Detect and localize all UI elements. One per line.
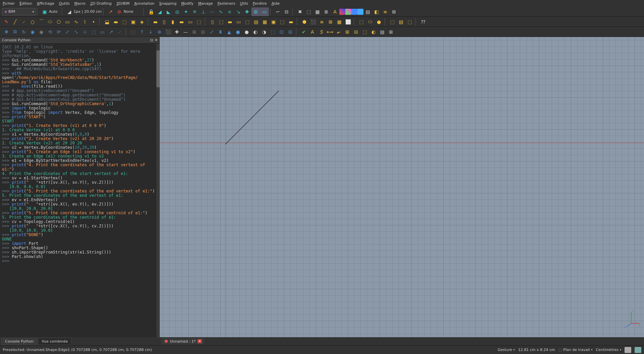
frame-icon[interactable]: ▯ bbox=[160, 17, 168, 26]
scrollbar-track[interactable] bbox=[156, 44, 160, 337]
reference-icon[interactable]: ⬚ bbox=[278, 17, 287, 26]
shape-icon-2[interactable]: ● bbox=[234, 28, 242, 36]
view-icon[interactable]: ⊞ bbox=[387, 28, 395, 36]
split-icon[interactable]: ⊹ bbox=[81, 28, 89, 36]
stack-icon[interactable]: ≣ bbox=[322, 7, 331, 16]
color-icon-1[interactable] bbox=[339, 9, 345, 15]
offset-icon[interactable]: ⟲ bbox=[46, 28, 54, 36]
level-icon[interactable]: ≡ bbox=[317, 17, 326, 26]
trimex-icon[interactable]: ⤢ bbox=[63, 28, 72, 36]
stretch-icon[interactable]: ▭ bbox=[98, 28, 107, 36]
undock-icon[interactable]: ⊡ bbox=[150, 38, 153, 42]
status-action-1-icon[interactable] bbox=[625, 347, 631, 353]
menu-fentre[interactable]: Fenêtre bbox=[253, 1, 267, 6]
arc-icon[interactable]: ⌒ bbox=[37, 17, 46, 26]
check-icon[interactable]: ✔ bbox=[299, 28, 308, 36]
slab-icon[interactable]: ▬ bbox=[177, 17, 186, 26]
component-icon[interactable]: ▣ bbox=[269, 17, 278, 26]
menu-affichage[interactable]: Affichage bbox=[37, 1, 54, 6]
arrow-icon[interactable]: ↗ bbox=[106, 7, 115, 16]
rectangle-icon[interactable]: ▭ bbox=[63, 17, 72, 26]
polygon-icon[interactable]: ⬠ bbox=[54, 17, 63, 26]
building-icon[interactable]: ⬛ bbox=[309, 17, 317, 26]
menu-utils[interactable]: Utils bbox=[240, 1, 248, 6]
scale-icon[interactable]: ⬚ bbox=[89, 28, 98, 36]
3d-viewport[interactable]: y x z ⬢ Unnamed : 1* ✕ bbox=[160, 37, 644, 345]
menu-manage[interactable]: Manage bbox=[198, 1, 213, 6]
up-icon[interactable]: ↑ bbox=[138, 28, 146, 36]
grid3-icon[interactable]: ⬚ bbox=[360, 28, 369, 36]
stairs-icon[interactable]: ⬚ bbox=[195, 17, 203, 26]
page-icon[interactable]: ▤ bbox=[378, 28, 387, 36]
equipment-icon[interactable]: ▦ bbox=[260, 17, 269, 26]
close-tab-icon[interactable]: ✕ bbox=[198, 339, 202, 343]
color-icon-2[interactable] bbox=[345, 9, 351, 15]
box-icon[interactable]: ⬚ bbox=[304, 7, 313, 16]
snap-angle-icon[interactable]: ✦ bbox=[182, 7, 190, 16]
remove-icon[interactable]: — bbox=[181, 28, 190, 36]
workplane-selector[interactable]: ⬚ Plan de travail▾ bbox=[558, 348, 593, 352]
wire-icon[interactable]: ⟋ bbox=[19, 17, 28, 26]
rotate-icon[interactable]: ↻ bbox=[19, 28, 28, 36]
point-icon[interactable]: • bbox=[89, 17, 98, 26]
color-icon-3[interactable] bbox=[351, 9, 357, 15]
console-body[interactable]: [GCC 10.2.0] on linuxType 'help', 'copyr… bbox=[0, 44, 160, 337]
grid-toggle-icon[interactable]: ⊟ bbox=[282, 7, 291, 16]
door-icon[interactable]: ▯ bbox=[208, 17, 217, 26]
menu-outils[interactable]: Outils bbox=[59, 1, 70, 6]
draft2sketch-icon[interactable]: ↗ bbox=[107, 28, 115, 36]
offset2d-icon[interactable]: ⟳ bbox=[54, 28, 63, 36]
close-panel-icon[interactable]: ✕ bbox=[155, 38, 158, 42]
extrude-icon[interactable]: ⬚ bbox=[129, 28, 138, 36]
ellipse-icon[interactable]: ⬭ bbox=[46, 17, 54, 26]
clone-icon[interactable]: ◉ bbox=[28, 28, 37, 36]
compound-icon[interactable]: ◑ bbox=[260, 28, 268, 36]
window-icon[interactable]: ▣ bbox=[129, 17, 138, 26]
list-icon[interactable]: ≡ bbox=[381, 7, 390, 16]
toggle-icon[interactable]: ⊡ bbox=[277, 28, 286, 36]
schedule-icon[interactable]: ⊞ bbox=[390, 7, 398, 16]
units-selector[interactable]: Centimètres▾ bbox=[596, 348, 621, 352]
beam-icon[interactable]: ▭ bbox=[186, 17, 195, 26]
line-icon[interactable]: ╱ bbox=[11, 17, 19, 26]
layers-icon[interactable]: ◧ bbox=[372, 7, 381, 16]
add-icon[interactable]: ✚ bbox=[172, 28, 181, 36]
menu-annotation[interactable]: Annotation bbox=[134, 1, 154, 6]
clone2-icon[interactable]: ◉ bbox=[37, 28, 46, 36]
workbench-selector[interactable]: ◈ BIM bbox=[2, 8, 36, 15]
edge-shape[interactable] bbox=[225, 91, 279, 144]
auto-icon[interactable]: ▣ bbox=[40, 7, 49, 16]
navigation-cube[interactable]: y x z bbox=[621, 308, 641, 328]
snap-near-icon[interactable]: ↘ bbox=[234, 7, 243, 16]
library-icon[interactable]: ▤ bbox=[252, 17, 260, 26]
text-a-icon[interactable]: A bbox=[331, 7, 339, 16]
curtain-icon[interactable]: ▭ bbox=[234, 17, 243, 26]
snap-perpendicular-icon[interactable]: ⊥ bbox=[199, 7, 208, 16]
copy-icon[interactable]: ⧉ bbox=[11, 28, 19, 36]
bspline-icon[interactable]: ∿ bbox=[72, 17, 81, 26]
snap-parallel-icon[interactable]: ∿ bbox=[216, 7, 225, 16]
axis-icon[interactable]: ⊞ bbox=[326, 17, 335, 26]
nav-style-selector[interactable]: Gesture▾ bbox=[498, 348, 515, 352]
color-icon-4[interactable] bbox=[357, 9, 363, 15]
axissystem-icon[interactable]: ⊟ bbox=[352, 28, 360, 36]
dimension-icon[interactable]: ⟷ bbox=[326, 28, 334, 36]
bezier-icon[interactable]: ⌇ bbox=[81, 17, 89, 26]
snap-intersection-icon[interactable]: ✕ bbox=[190, 7, 199, 16]
text-icon[interactable]: A bbox=[308, 28, 317, 36]
panel-tab-0[interactable]: Console Python bbox=[1, 338, 37, 345]
snap-endpoint-icon[interactable]: ◢ bbox=[155, 7, 164, 16]
help-icon[interactable]: ⁇ bbox=[419, 17, 428, 26]
project-icon[interactable]: ⬚ bbox=[388, 17, 397, 26]
common-icon[interactable]: ◐ bbox=[251, 28, 260, 36]
down-icon[interactable]: ↓ bbox=[146, 28, 155, 36]
array-icon[interactable]: ⊞ bbox=[190, 28, 199, 36]
panel-tab-1[interactable]: Vue combinée bbox=[38, 338, 71, 345]
space-icon[interactable]: ▬ bbox=[287, 17, 295, 26]
shape2d-icon[interactable]: ⊛ bbox=[155, 28, 164, 36]
menu-modify[interactable]: Modify bbox=[181, 1, 193, 6]
label-icon[interactable]: ⬐ bbox=[334, 28, 343, 36]
snap-dimensions-icon[interactable]: ⌐ bbox=[274, 7, 282, 16]
snap-extension-icon[interactable]: ⋯ bbox=[208, 7, 216, 16]
snap-center-icon[interactable]: ◎ bbox=[173, 7, 182, 16]
